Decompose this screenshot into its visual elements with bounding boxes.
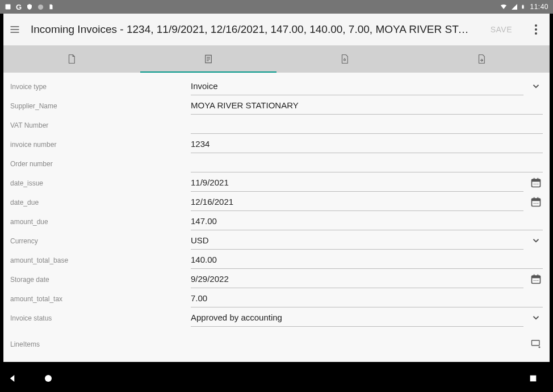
- label-order-number: Order number: [10, 160, 186, 172]
- field-invoice-number[interactable]: [191, 136, 543, 153]
- svg-rect-30: [532, 276, 541, 278]
- svg-point-7: [535, 24, 537, 27]
- svg-rect-2: [522, 5, 524, 9]
- app-bar: Incoming Invoices - 1234, 11/9/2021, 12/…: [3, 14, 550, 45]
- label-amount-total-tax: amount_total_tax: [10, 295, 186, 307]
- svg-rect-31: [534, 275, 535, 276]
- svg-point-19: [534, 184, 535, 185]
- svg-rect-25: [538, 197, 539, 199]
- svg-point-27: [535, 203, 537, 204]
- field-currency[interactable]: [191, 233, 523, 250]
- svg-point-33: [534, 280, 535, 281]
- circle-icon: [37, 4, 44, 10]
- clock: 11:40: [530, 3, 548, 11]
- label-date-issue: date_issue: [10, 179, 186, 192]
- tab-form[interactable]: [140, 45, 277, 73]
- label-invoice-type: Invoice type: [10, 83, 186, 95]
- svg-rect-40: [530, 376, 537, 382]
- label-invoice-number: invoice number: [10, 141, 186, 153]
- calendar-icon[interactable]: [529, 195, 543, 209]
- nav-home-button[interactable]: [42, 372, 55, 385]
- field-amount-total-base[interactable]: [191, 252, 543, 269]
- label-line-items: LineItems: [10, 340, 186, 353]
- notification-icon: [5, 3, 11, 10]
- field-invoice-type[interactable]: [191, 78, 523, 95]
- label-storage-date: Storage date: [10, 276, 186, 288]
- field-invoice-status[interactable]: [191, 310, 523, 327]
- label-vat-number: VAT Number: [10, 121, 186, 134]
- wifi-icon: [499, 3, 508, 10]
- label-amount-due: amount_due: [10, 218, 186, 230]
- label-amount-total-base: amount_total_base: [10, 256, 186, 269]
- svg-point-14: [344, 59, 346, 61]
- sim-icon: [48, 3, 54, 10]
- svg-rect-0: [6, 5, 11, 10]
- svg-point-9: [535, 32, 537, 35]
- svg-point-21: [538, 184, 539, 185]
- android-nav-bar: [0, 365, 553, 392]
- tabs: [3, 45, 550, 73]
- label-invoice-status: Invoice status: [10, 314, 186, 327]
- chevron-down-icon[interactable]: [529, 234, 543, 247]
- label-supplier-name: Supplier_Name: [10, 102, 186, 115]
- field-vat-number[interactable]: [191, 117, 543, 134]
- svg-rect-18: [538, 178, 539, 180]
- calendar-icon[interactable]: [529, 272, 543, 286]
- field-supplier-name[interactable]: [191, 98, 543, 115]
- field-order-number[interactable]: [191, 155, 543, 172]
- status-right: 11:40: [499, 3, 548, 11]
- svg-rect-24: [534, 197, 535, 199]
- svg-rect-36: [532, 340, 540, 345]
- svg-point-8: [535, 28, 537, 31]
- svg-point-39: [45, 375, 52, 382]
- status-left: G: [5, 3, 54, 11]
- field-storage-date[interactable]: [191, 271, 523, 288]
- battery-icon: [521, 3, 525, 11]
- tab-attachment[interactable]: [276, 45, 413, 73]
- svg-point-20: [535, 184, 537, 185]
- svg-point-28: [538, 203, 539, 204]
- google-icon: G: [16, 3, 22, 11]
- svg-point-26: [534, 203, 535, 204]
- shield-icon: [26, 3, 33, 10]
- field-amount-total-tax[interactable]: [191, 290, 543, 307]
- label-date-due: date_due: [10, 199, 186, 211]
- status-bar: G 11:40: [0, 0, 553, 14]
- page-title: Incoming Invoices - 1234, 11/9/2021, 12/…: [31, 23, 476, 36]
- add-line-item-icon[interactable]: [529, 337, 543, 351]
- signal-icon: [510, 3, 518, 10]
- nav-back-button[interactable]: [7, 372, 19, 385]
- save-button[interactable]: SAVE: [485, 25, 518, 34]
- tab-workflow[interactable]: [413, 45, 550, 73]
- field-date-due[interactable]: [191, 194, 523, 211]
- calendar-icon[interactable]: [529, 176, 543, 189]
- nav-recent-button[interactable]: [527, 372, 539, 385]
- field-amount-due[interactable]: [191, 213, 543, 230]
- svg-rect-32: [538, 275, 539, 276]
- svg-rect-23: [532, 199, 541, 201]
- svg-rect-17: [534, 178, 535, 180]
- label-currency: Currency: [10, 237, 186, 250]
- svg-rect-3: [523, 5, 523, 5]
- field-date-issue[interactable]: [191, 175, 523, 192]
- chevron-down-icon[interactable]: [529, 311, 543, 324]
- more-button[interactable]: [527, 20, 545, 39]
- menu-button[interactable]: [8, 23, 22, 36]
- svg-rect-16: [532, 179, 541, 182]
- chevron-down-icon[interactable]: [529, 79, 543, 93]
- svg-point-1: [38, 4, 43, 9]
- svg-point-34: [535, 280, 537, 281]
- svg-point-35: [538, 280, 539, 281]
- form-content: Invoice type Supplier_Name VAT Number: [3, 73, 550, 362]
- tab-document[interactable]: [3, 45, 140, 73]
